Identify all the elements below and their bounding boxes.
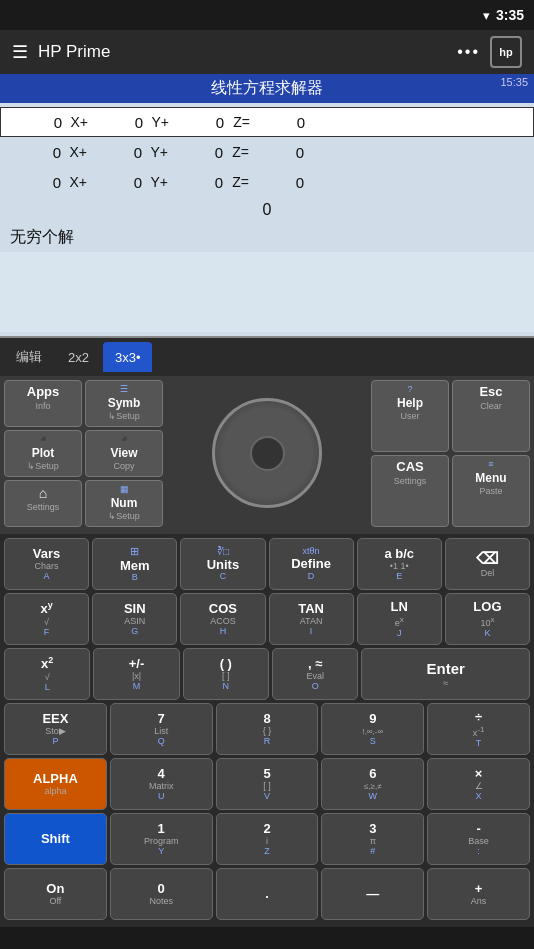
on-off-key[interactable]: On Off (4, 868, 107, 920)
calc-screen: 线性方程求解器 15:35 0 X+ 0 Y+ 0 Z= 0 0 X+ 0 Y+… (0, 74, 534, 338)
tan-key[interactable]: TAN ATAN I (269, 593, 354, 645)
settings-button[interactable]: ⌂ Settings (4, 480, 82, 527)
tab-2x2[interactable]: 2x2 (56, 342, 101, 372)
num-setup-button[interactable]: ▦ Num ↳Setup (85, 480, 163, 527)
key-row-6: On Off 0 Notes . — + Ans (4, 868, 530, 920)
empty-area (0, 252, 534, 332)
tab-bar: 编辑 2x2 3x3• (0, 338, 534, 376)
tab-edit[interactable]: 编辑 (4, 342, 54, 372)
alpha-key[interactable]: ALPHA alpha (4, 758, 107, 810)
esc-clear-button[interactable]: Esc Clear (452, 380, 530, 452)
sin-key[interactable]: SIN ASIN G (92, 593, 177, 645)
1-key[interactable]: 1 Program Y (110, 813, 213, 865)
space-key[interactable]: — (321, 868, 424, 920)
mul-key[interactable]: × ∠ X (427, 758, 530, 810)
eq-row-2[interactable]: 0 X+ 0 Y+ 0 Z= 0 (0, 137, 534, 167)
dial-center[interactable] (250, 436, 285, 471)
3-key[interactable]: 3 π # (321, 813, 424, 865)
eq-row-1[interactable]: 0 X+ 0 Y+ 0 Z= 0 (0, 107, 534, 137)
negate-key[interactable]: +/- |x| M (93, 648, 179, 700)
log-key[interactable]: LOG 10x K (445, 593, 530, 645)
define-key[interactable]: xtθn Define D (269, 538, 354, 590)
key-row-4: ALPHA alpha 4 Matrix U 5 [ ] V 6 ≤,≥,≠ W… (4, 758, 530, 810)
tab-5[interactable] (180, 342, 204, 372)
symb-setup-button[interactable]: ☰ Symb ↳Setup (85, 380, 163, 427)
cos-key[interactable]: COS ACOS H (180, 593, 265, 645)
comma-key[interactable]: , ≈ Eval O (272, 648, 358, 700)
mem-key[interactable]: ⊞ Mem B (92, 538, 177, 590)
menu-paste-button[interactable]: ≡ Menu Paste (452, 455, 530, 527)
wifi-icon: ▾ (483, 8, 490, 23)
minus-key[interactable]: - Base : (427, 813, 530, 865)
2-key[interactable]: 2 i Z (216, 813, 319, 865)
key-row-1: xy √ F SIN ASIN G COS ACOS H TAN ATAN I … (4, 593, 530, 645)
equation-area: 0 X+ 0 Y+ 0 Z= 0 0 X+ 0 Y+ 0 Z= 0 0 X+ 0… (0, 103, 534, 336)
enter-key[interactable]: Enter ≈ (361, 648, 530, 700)
hamburger-menu[interactable]: ☰ (12, 41, 28, 63)
key-row-0: Vars Chars A ⊞ Mem B ∛□ Units C xtθn Def… (4, 538, 530, 590)
key-row-5: Shift 1 Program Y 2 i Z 3 π # - Base : (4, 813, 530, 865)
status-time: 3:35 (496, 7, 524, 23)
solution-text: 无穷个解 (0, 223, 534, 252)
key-row-2: x2 √ L +/- |x| M ( ) [ ] N , ≈ Eval O En… (4, 648, 530, 700)
hp-logo: hp (490, 36, 522, 68)
tab-4[interactable] (154, 342, 178, 372)
key-row-3: EEX Sto▶ P 7 List Q 8 { } R 9 !,∞,-∞ S ÷… (4, 703, 530, 755)
dots-menu[interactable]: ••• (457, 43, 480, 61)
5-key[interactable]: 5 [ ] V (216, 758, 319, 810)
xy-key[interactable]: xy √ F (4, 593, 89, 645)
keypad: Vars Chars A ⊞ Mem B ∛□ Units C xtθn Def… (0, 534, 534, 927)
ln-key[interactable]: LN ex J (357, 593, 442, 645)
app-title: HP Prime (38, 42, 447, 62)
view-copy-button[interactable]: ◾ View Copy (85, 430, 163, 477)
8-key[interactable]: 8 { } R (216, 703, 319, 755)
title-bar: ☰ HP Prime ••• hp (0, 30, 534, 74)
7-key[interactable]: 7 List Q (110, 703, 213, 755)
eq-row-3[interactable]: 0 X+ 0 Y+ 0 Z= 0 (0, 167, 534, 197)
apps-info-button[interactable]: Apps Info (4, 380, 82, 427)
func-area: Apps Info ◾ Plot ↳Setup ⌂ Settings ☰ Sym… (0, 376, 534, 534)
abc-key[interactable]: a b/c •1 1• E (357, 538, 442, 590)
cas-settings-button[interactable]: CAS Settings (371, 455, 449, 527)
dot-key[interactable]: . (216, 868, 319, 920)
help-user-button[interactable]: ? Help User (371, 380, 449, 452)
div-key[interactable]: ÷ x-1 T (427, 703, 530, 755)
6-key[interactable]: 6 ≤,≥,≠ W (321, 758, 424, 810)
4-key[interactable]: 4 Matrix U (110, 758, 213, 810)
tab-3x3[interactable]: 3x3• (103, 342, 153, 372)
plot-setup-button[interactable]: ◾ Plot ↳Setup (4, 430, 82, 477)
vars-key[interactable]: Vars Chars A (4, 538, 89, 590)
nav-dial[interactable] (212, 398, 322, 508)
x2-key[interactable]: x2 √ L (4, 648, 90, 700)
result-row: 0 (0, 197, 534, 223)
plus-key[interactable]: + Ans (427, 868, 530, 920)
screen-header: 线性方程求解器 15:35 (0, 74, 534, 103)
0-key[interactable]: 0 Notes (110, 868, 213, 920)
paren-key[interactable]: ( ) [ ] N (183, 648, 269, 700)
eex-key[interactable]: EEX Sto▶ P (4, 703, 107, 755)
shift-key[interactable]: Shift (4, 813, 107, 865)
9-key[interactable]: 9 !,∞,-∞ S (321, 703, 424, 755)
screen-time: 15:35 (500, 76, 528, 88)
units-key[interactable]: ∛□ Units C (180, 538, 265, 590)
status-bar: ▾ 3:35 (0, 0, 534, 30)
tab-6[interactable] (206, 342, 230, 372)
del-key[interactable]: ⌫ Del (445, 538, 530, 590)
